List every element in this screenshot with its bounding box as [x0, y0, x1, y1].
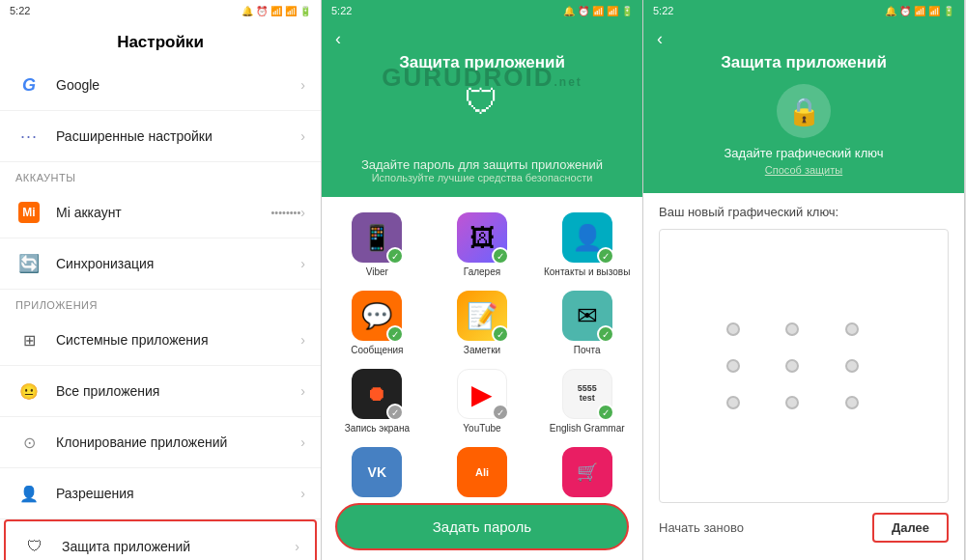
settings-screen: Настройки G Google › ··· Расширенные нас…: [0, 21, 321, 560]
viber-name: Viber: [366, 266, 388, 277]
notes-check: ✓: [492, 325, 509, 343]
vk-icon: VK: [352, 447, 402, 497]
header-desc-2: Задайте пароль для защиты приложений: [361, 157, 603, 172]
messages-name: Сообщения: [351, 345, 403, 355]
chevron-icon: ›: [300, 77, 305, 93]
all-apps-label: Все приложения: [56, 383, 300, 399]
record-name: Запись экрана: [345, 423, 410, 434]
messages-check: ✓: [386, 325, 404, 343]
chevron-icon: ›: [300, 332, 305, 348]
time-2: 5:22: [331, 5, 352, 16]
advanced-label: Расширенные настройки: [56, 128, 300, 144]
mail-name: Почта: [574, 345, 601, 355]
green-header-3: ‹ Защита приложений 🔒 Задайте графически…: [643, 21, 964, 193]
status-bar-1: 5:22 🔔 ⏰ 📶 📶 🔋: [0, 0, 321, 21]
permissions-label: Разрешения: [56, 486, 300, 501]
pattern-grid: [726, 322, 881, 409]
pattern-footer: Начать заново Далее: [659, 503, 949, 548]
mi-icon: Mi: [15, 199, 43, 226]
pattern-dot-9: [845, 396, 859, 409]
app-item-messages[interactable]: 💬 ✓ Сообщения: [326, 283, 429, 359]
pattern-section: Ваш новый графический ключ: Начать занов…: [643, 193, 964, 560]
pattern-dot-3: [845, 322, 859, 336]
person-icon: 👤: [15, 480, 43, 507]
settings-item-advanced[interactable]: ··· Расширенные настройки ›: [0, 111, 321, 162]
pattern-dot-5: [785, 359, 799, 373]
app-item-viber[interactable]: 📱 ✓ Viber: [326, 205, 429, 281]
back-button-2[interactable]: ‹: [322, 21, 355, 57]
status-icons-2: 🔔 ⏰ 📶 📶 🔋: [563, 6, 633, 16]
settings-item-app-protection[interactable]: 🛡 Защита приложений ›: [4, 519, 317, 560]
status-icons-1: 🔔 ⏰ 📶 📶 🔋: [242, 6, 311, 16]
settings-item-sync[interactable]: 🔄 Синхронизация ›: [0, 238, 321, 290]
lock-icon: 🔒: [777, 84, 831, 138]
back-button-3[interactable]: ‹: [643, 21, 676, 57]
mi-sub: ••••••••: [271, 207, 301, 218]
app-protection-label: Защита приложений: [62, 539, 295, 554]
watermark-area: GURUDROID.net 🛡: [322, 82, 642, 128]
chevron-icon: ›: [300, 434, 305, 450]
app-item-shop[interactable]: 🛒: [535, 439, 639, 497]
settings-item-google[interactable]: G Google ›: [0, 60, 321, 111]
clone-label: Клонирование приложений: [56, 434, 300, 450]
app-item-vk[interactable]: VK: [326, 439, 429, 497]
shop-icon: 🛒: [562, 447, 612, 497]
google-label: Google: [56, 77, 300, 93]
chevron-icon: ›: [295, 539, 299, 554]
app-item-notes[interactable]: 📝 ✓ Заметки: [431, 283, 534, 359]
gallery-check: ✓: [492, 247, 509, 265]
clone-icon: ⊙: [15, 429, 43, 456]
smile-icon: 😐: [15, 378, 43, 405]
status-bar-2: 5:22 🔔 ⏰ 📶 📶 🔋: [322, 0, 642, 21]
time-3: 5:22: [653, 5, 673, 16]
chevron-icon: ›: [300, 256, 305, 271]
pattern-dot-2: [785, 322, 799, 336]
app-item-youtube[interactable]: ▶ ✓ YouTube: [431, 361, 534, 437]
settings-item-system-apps[interactable]: ⊞ Системные приложения ›: [0, 315, 321, 366]
pattern-label: Ваш новый графический ключ:: [659, 205, 949, 219]
app-item-ali[interactable]: Ali: [431, 439, 534, 497]
mail-check: ✓: [597, 325, 614, 343]
phone-settings: 5:22 🔔 ⏰ 📶 📶 🔋 Настройки G Google › ···: [0, 0, 322, 560]
app-item-record[interactable]: ⏺ ✓ Запись экрана: [326, 361, 429, 437]
record-check: ✓: [386, 404, 404, 421]
pattern-dot-6: [845, 359, 859, 373]
settings-item-all-apps[interactable]: 😐 Все приложения ›: [0, 366, 321, 417]
protection-method-link[interactable]: Способ защиты: [765, 164, 842, 176]
restart-button[interactable]: Начать заново: [659, 520, 744, 535]
chevron-icon: ›: [300, 383, 305, 399]
header-title-3: Защита приложений: [721, 53, 887, 72]
settings-item-permissions[interactable]: 👤 Разрешения ›: [0, 468, 321, 519]
notes-name: Заметки: [464, 345, 500, 355]
gallery-name: Галерея: [464, 266, 500, 277]
sync-icon: 🔄: [15, 250, 43, 277]
settings-item-mi[interactable]: Mi Mi аккаунт •••••••• ›: [0, 187, 321, 238]
settings-title: Настройки: [0, 21, 321, 60]
app-item-gallery[interactable]: 🖼 ✓ Галерея: [431, 205, 534, 281]
sync-label: Синхронизация: [56, 256, 300, 271]
header-desc-3: Задайте графический ключ: [724, 146, 884, 160]
status-icons-3: 🔔 ⏰ 📶 📶 🔋: [885, 6, 954, 16]
pattern-screen: ‹ Защита приложений 🔒 Задайте графически…: [643, 21, 964, 560]
google-icon: G: [15, 71, 43, 98]
pattern-grid-wrap[interactable]: [659, 229, 949, 503]
time-1: 5:22: [10, 5, 30, 16]
chevron-icon: ›: [300, 205, 305, 220]
shield-large-icon: 🛡: [465, 82, 499, 123]
youtube-name: YouTube: [463, 423, 500, 434]
phone-app-protection: 5:22 🔔 ⏰ 📶 📶 🔋 ‹ Защита приложений GURUD…: [322, 0, 643, 560]
app-item-grammar[interactable]: 5555test ✓ English Grammar: [535, 361, 639, 437]
set-password-button[interactable]: Задать пароль: [335, 503, 629, 550]
app-protection-screen: ‹ Защита приложений GURUDROID.net 🛡 Зада…: [322, 21, 642, 560]
grammar-name: English Grammar: [550, 423, 625, 434]
settings-item-clone-apps[interactable]: ⊙ Клонирование приложений ›: [0, 417, 321, 468]
chevron-icon: ›: [300, 128, 305, 144]
pattern-dot-4: [726, 359, 740, 373]
contacts-check: ✓: [597, 247, 614, 265]
next-button[interactable]: Далее: [872, 513, 949, 543]
app-item-mail[interactable]: ✉ ✓ Почта: [535, 283, 639, 359]
grammar-check: ✓: [597, 404, 614, 421]
app-item-contacts[interactable]: 👤 ✓ Контакты и вызовы: [535, 205, 639, 281]
contacts-name: Контакты и вызовы: [544, 266, 630, 277]
phone-pattern-key: 5:22 🔔 ⏰ 📶 📶 🔋 ‹ Защита приложений 🔒 Зад…: [643, 0, 965, 560]
